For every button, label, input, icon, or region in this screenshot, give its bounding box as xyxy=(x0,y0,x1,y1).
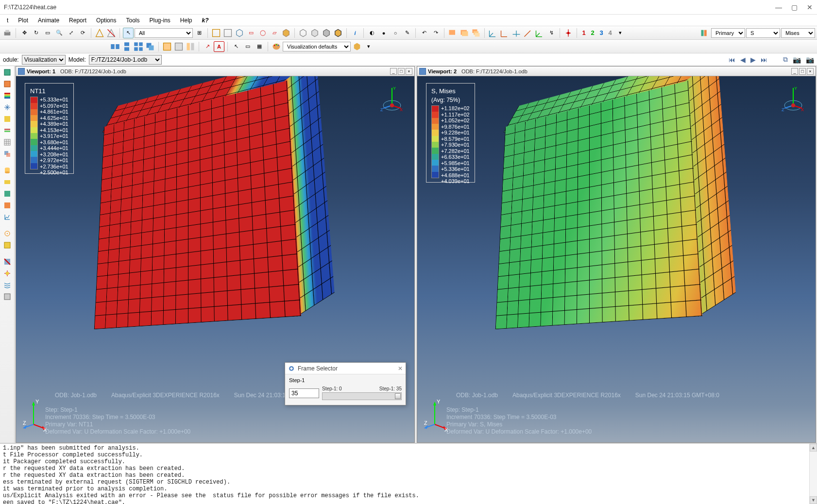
viewport-2-canvas[interactable]: S, Mises (Avg: 75%) +1.182e+02+1.117e+02… xyxy=(417,76,816,442)
rect-tool-icon[interactable]: ▭ xyxy=(242,41,253,52)
poly-select-icon[interactable]: ▱ xyxy=(269,28,280,38)
frame-slider[interactable] xyxy=(322,392,402,400)
grid-tool-icon[interactable]: ▦ xyxy=(254,41,265,52)
first-frame-icon[interactable]: ⏮ xyxy=(729,56,735,64)
cycle-views-icon[interactable]: ⟳ xyxy=(77,28,88,38)
prev-frame-icon[interactable]: ◀ xyxy=(740,56,746,64)
layer-3-icon[interactable] xyxy=(471,28,481,38)
pointer-icon[interactable]: ↖ xyxy=(231,41,241,52)
tool-stream-icon[interactable] xyxy=(2,280,13,290)
layer-2-icon[interactable] xyxy=(459,28,470,38)
camera-2-icon[interactable]: 📷 xyxy=(806,56,814,64)
tool-display-group-icon[interactable] xyxy=(2,291,13,302)
circle-select-icon[interactable]: ◯ xyxy=(257,28,268,38)
next-frame-icon[interactable]: ▶ xyxy=(750,56,756,64)
render-hidden-icon[interactable] xyxy=(309,28,320,38)
palette-icon[interactable] xyxy=(271,41,282,52)
view-2-button[interactable]: 2 xyxy=(589,29,596,36)
scroll-up-icon[interactable]: ▲ xyxy=(810,444,817,452)
dialog-close-icon[interactable]: ✕ xyxy=(398,365,403,372)
query-icon[interactable]: i xyxy=(350,28,360,38)
layer-1-icon[interactable] xyxy=(447,28,458,38)
tool-deformed-icon[interactable] xyxy=(2,79,13,89)
tool-view-cut-icon[interactable] xyxy=(2,256,13,267)
close-button[interactable]: ✕ xyxy=(806,3,813,11)
message-text[interactable]: 1.inp" has been submitted for analysis. … xyxy=(0,444,809,504)
csys-2-icon[interactable] xyxy=(499,28,510,38)
color-dropdown-icon[interactable]: ▾ xyxy=(363,41,374,52)
csys-4-icon[interactable] xyxy=(523,28,533,38)
tool-material-icon[interactable] xyxy=(2,114,13,124)
tool-xy-icon[interactable] xyxy=(2,212,13,222)
zoom-in-icon[interactable]: 🔍 xyxy=(54,28,65,38)
view-iso-icon[interactable] xyxy=(234,28,245,38)
box-3d-icon[interactable] xyxy=(281,28,291,38)
perspective-off-icon[interactable] xyxy=(106,28,117,38)
last-frame-icon[interactable]: ⏭ xyxy=(761,56,767,64)
selection-filter-select[interactable]: All xyxy=(135,28,193,38)
print-icon[interactable] xyxy=(2,28,13,38)
menu-help[interactable]: Help xyxy=(175,16,197,25)
copy-viewport-icon[interactable]: ⧉ xyxy=(783,55,788,64)
view-front-icon[interactable] xyxy=(211,28,221,38)
view-1-button[interactable]: 1 xyxy=(580,29,588,36)
datum-icon[interactable] xyxy=(563,28,574,38)
misc-a-icon[interactable] xyxy=(162,41,172,52)
tool-odb-icon[interactable] xyxy=(2,165,13,176)
tool-common-opts-icon[interactable] xyxy=(2,137,13,148)
tool-contour-icon[interactable] xyxy=(2,90,13,101)
rect-select-icon[interactable]: ▭ xyxy=(246,28,256,38)
csys-5-icon[interactable] xyxy=(534,28,545,38)
tool-symbol-icon[interactable] xyxy=(2,102,13,113)
apply-color-icon[interactable] xyxy=(352,41,362,52)
render-shaded-icon[interactable] xyxy=(321,28,332,38)
camera-1-icon[interactable]: 📷 xyxy=(793,56,801,64)
message-scrollbar[interactable]: ▲ ▼ xyxy=(809,444,817,504)
misc-c-icon[interactable] xyxy=(185,41,196,52)
field-output-icon[interactable] xyxy=(699,28,710,38)
vp1-max-icon[interactable]: □ xyxy=(398,68,405,75)
frame-value-input[interactable] xyxy=(289,388,319,398)
perspective-icon[interactable] xyxy=(94,28,105,38)
csys-6-icon[interactable]: ↯ xyxy=(546,28,557,38)
invariant-select[interactable]: Mises xyxy=(781,28,815,38)
tool-probe-icon[interactable] xyxy=(2,228,13,239)
variable-select[interactable]: S xyxy=(746,28,780,38)
vp1-min-icon[interactable]: _ xyxy=(390,68,397,75)
color-1-icon[interactable]: ◐ xyxy=(367,28,377,38)
tile-v-icon[interactable] xyxy=(121,41,132,52)
menu-options[interactable]: Options xyxy=(91,16,121,25)
minimize-button[interactable]: — xyxy=(775,3,782,11)
color-2-icon[interactable]: ● xyxy=(378,28,389,38)
menu-plot[interactable]: Plot xyxy=(13,16,33,25)
tool-ply-icon[interactable] xyxy=(2,125,13,136)
menu-result[interactable]: t xyxy=(2,16,13,25)
menu-plugins[interactable]: Plug-ins xyxy=(144,16,175,25)
tool-freebody-icon[interactable] xyxy=(2,268,13,279)
model-select[interactable]: F:/TZ/1224/Job-1.odb xyxy=(89,55,162,65)
annotate-text-icon[interactable]: A xyxy=(214,41,224,52)
primary-select[interactable]: Primary xyxy=(711,28,745,38)
viewport-2-titlebar[interactable]: Viewport: 2 ODB: F:/TZ/1224/Job-1.odb _ … xyxy=(417,67,816,76)
view-3-button[interactable]: 3 xyxy=(597,29,605,36)
menu-tools[interactable]: Tools xyxy=(121,16,144,25)
tool-create-field-icon[interactable] xyxy=(2,240,13,251)
annotate-line-icon[interactable]: ↗ xyxy=(202,41,213,52)
selection-opts-icon[interactable]: ⊞ xyxy=(194,28,204,38)
module-select[interactable]: Visualization xyxy=(22,55,66,65)
vp1-close-icon[interactable]: × xyxy=(406,68,412,75)
zoom-fit-icon[interactable]: ⤢ xyxy=(66,28,76,38)
vp2-min-icon[interactable]: _ xyxy=(791,68,798,75)
undo-icon[interactable]: ↶ xyxy=(419,28,429,38)
view-back-icon[interactable] xyxy=(222,28,233,38)
vp2-max-icon[interactable]: □ xyxy=(799,68,806,75)
menu-report[interactable]: Report xyxy=(64,16,91,25)
color-edit-icon[interactable]: ✎ xyxy=(402,28,412,38)
rotate-icon[interactable]: ↻ xyxy=(31,28,41,38)
csys-3-icon[interactable] xyxy=(511,28,522,38)
misc-b-icon[interactable] xyxy=(173,41,184,52)
tool-field-icon[interactable] xyxy=(2,188,13,199)
view-4-button[interactable]: 4 xyxy=(606,29,614,36)
maximize-button[interactable]: ▢ xyxy=(791,3,798,11)
tile-4-icon[interactable] xyxy=(133,41,144,52)
